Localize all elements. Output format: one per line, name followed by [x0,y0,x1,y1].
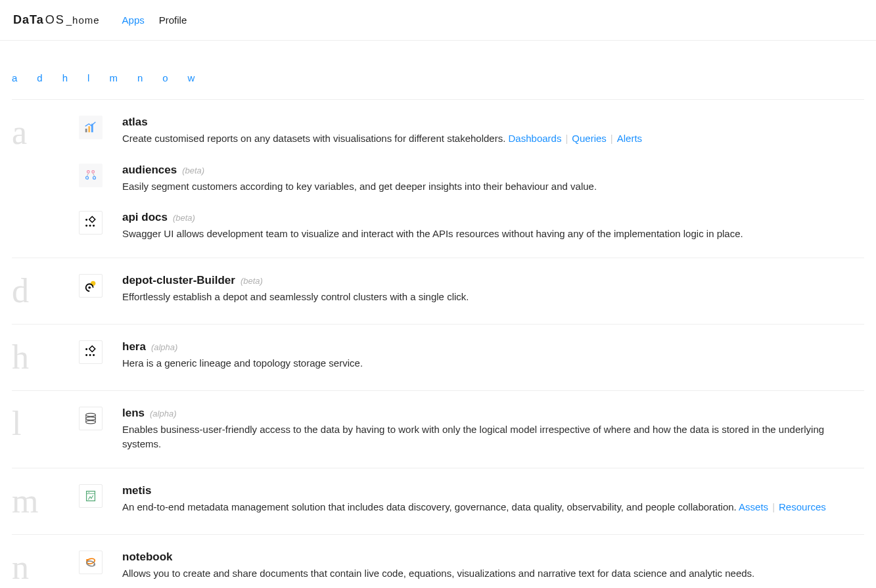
svg-point-26 [89,491,89,492]
letter-nav-w[interactable]: w [188,72,195,83]
svg-rect-14 [89,346,95,351]
app-desc-text: Create customised reports on any dataset… [122,133,505,144]
top-nav: AppsProfile [122,14,187,26]
svg-point-15 [85,348,87,350]
logo-thin: OS [45,13,65,27]
svg-point-5 [85,176,88,179]
letter-nav-l[interactable]: l [87,72,89,83]
app-row-api-docs[interactable]: api docs(beta)Swagger UI allows developm… [79,211,864,242]
app-title: api docs [122,211,168,224]
section-letter: h [12,340,79,374]
app-row-depot-cluster-Builder[interactable]: depot-cluster-Builder(beta)Effortlessly … [79,274,864,305]
app-body: api docs(beta)Swagger UI allows developm… [122,211,864,242]
app-row-atlas[interactable]: atlasCreate customised reports on any da… [79,116,864,147]
app-links: Assets|Resources [739,501,826,512]
letter-nav-d[interactable]: d [37,72,42,83]
section-a: aatlasCreate customised reports on any d… [12,100,864,258]
nav-link-profile[interactable]: Profile [159,14,187,26]
app-title: hera [122,340,146,353]
app-desc-text: Easily segment customers according to ke… [122,181,597,192]
app-row-lens[interactable]: lens(alpha)Enables business-user-friendl… [79,407,864,452]
svg-point-21 [86,420,96,424]
app-tag: (beta) [241,276,263,286]
app-title-line: audiences(beta) [122,164,864,177]
section-apps: metisAn end-to-end metadata management s… [79,484,864,518]
app-title-line: hera(alpha) [122,340,864,353]
svg-rect-0 [85,129,87,133]
section-l: llens(alpha)Enables business-user-friend… [12,391,864,468]
hera-icon [79,340,103,364]
section-n: nnotebookAllows you to create and share … [12,535,864,589]
app-tag: (beta) [173,213,195,223]
app-link-queries[interactable]: Queries [572,133,607,144]
letter-nav-h[interactable]: h [62,72,68,83]
app-link-assets[interactable]: Assets [739,501,768,512]
app-tag: (alpha) [151,342,177,352]
link-sep: | [611,133,613,144]
svg-rect-1 [88,126,90,132]
letter-nav-n[interactable]: n [137,72,143,83]
svg-point-17 [89,354,91,356]
logo[interactable]: DaTaOS _home [13,13,100,27]
svg-rect-24 [87,491,95,501]
app-desc: Swagger UI allows development team to vi… [122,227,864,242]
depot-icon [79,274,103,298]
svg-point-8 [85,219,87,221]
logo-home: _home [66,14,100,26]
app-desc: Easily segment customers according to ke… [122,179,864,194]
svg-point-10 [89,225,91,227]
app-row-notebook[interactable]: notebookAllows you to create and share d… [79,551,864,581]
app-desc: Effortlessly establish a depot and seaml… [122,290,864,305]
app-title-line: notebook [122,551,864,564]
app-body: hera(alpha)Hera is a generic lineage and… [122,340,864,371]
svg-point-30 [93,564,95,566]
app-desc-text: Allows you to create and share documents… [122,568,754,579]
metis-icon [79,484,103,508]
app-row-metis[interactable]: metisAn end-to-end metadata management s… [79,484,864,515]
svg-point-20 [86,417,96,420]
letter-nav-o[interactable]: o [162,72,168,83]
app-title: audiences [122,164,177,177]
svg-point-6 [93,176,95,179]
app-desc-text: An end-to-end metadata management soluti… [122,501,737,512]
section-m: mmetisAn end-to-end metadata management … [12,468,864,535]
app-link-resources[interactable]: Resources [779,501,826,512]
svg-point-4 [92,170,95,173]
app-title-line: api docs(beta) [122,211,864,224]
app-row-hera[interactable]: hera(alpha)Hera is a generic lineage and… [79,340,864,371]
section-apps: notebookAllows you to create and share d… [79,551,864,585]
app-body: atlasCreate customised reports on any da… [122,116,864,147]
audiences-icon [79,164,103,187]
section-d: ddepot-cluster-Builder(beta)Effortlessly… [12,258,864,325]
app-desc-text: Enables business-user-friendly access to… [122,424,824,450]
app-title-line: atlas [122,116,864,129]
svg-point-29 [86,558,88,560]
app-title: metis [122,484,151,497]
app-body: depot-cluster-Builder(beta)Effortlessly … [122,274,864,305]
link-sep: | [772,501,775,512]
section-letter: n [12,551,79,585]
link-sep: | [565,133,568,144]
app-link-dashboards[interactable]: Dashboards [509,133,562,144]
app-desc: An end-to-end metadata management soluti… [122,500,864,515]
app-title: lens [122,407,145,420]
app-row-audiences[interactable]: audiences(beta)Easily segment customers … [79,164,864,194]
header: DaTaOS _home AppsProfile [0,0,876,41]
svg-rect-7 [89,216,95,222]
app-body: audiences(beta)Easily segment customers … [122,164,864,194]
letter-nav-m[interactable]: m [109,72,118,83]
app-tag: (beta) [182,166,204,175]
section-apps: lens(alpha)Enables business-user-friendl… [79,407,864,452]
nav-link-apps[interactable]: Apps [122,14,145,26]
section-h: hhera(alpha)Hera is a generic lineage an… [12,325,864,391]
section-apps: atlasCreate customised reports on any da… [79,116,864,242]
app-body: lens(alpha)Enables business-user-friendl… [122,407,864,452]
app-desc: Create customised reports on any dataset… [122,131,864,147]
app-link-alerts[interactable]: Alerts [617,133,642,144]
letter-nav-a[interactable]: a [12,72,17,83]
app-desc-text: Effortlessly establish a depot and seaml… [122,291,469,302]
svg-point-3 [87,170,90,173]
section-letter: d [12,274,79,308]
app-body: metisAn end-to-end metadata management s… [122,484,864,515]
app-title: notebook [122,551,173,564]
